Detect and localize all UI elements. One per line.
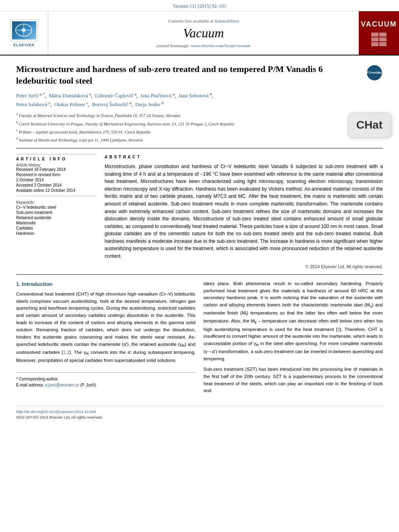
author-5[interactable]: Jana Sobotová <box>178 93 208 99</box>
badge-cell-5 <box>371 42 378 46</box>
author-8[interactable]: Borivoj Šuštaršič <box>92 102 128 108</box>
intro-heading: 1. Introduction <box>16 280 195 288</box>
copyright-line: © 2014 Elsevier Ltd. All rights reserved… <box>105 263 383 270</box>
article-title: Microstructure and hardness of sub-zero … <box>16 64 367 86</box>
email-link[interactable]: p.jurci@seznam.cz <box>45 383 79 387</box>
keyword-5: Carbides <box>16 226 97 230</box>
affiliations: a Faculty of Material Sciences and Techn… <box>16 111 383 143</box>
right-col: A B S T R A C T Microstructure, phase co… <box>105 154 383 270</box>
keyword-1: Cr–V ledeburitic steel <box>16 205 97 210</box>
author-2[interactable]: Mária Dománková <box>49 93 88 99</box>
intro-para-3: Sub-zero treatment (SZT) has been introd… <box>204 366 383 394</box>
journal-issue-bar: Vacuum 111 (2015) 92–101 <box>0 0 399 11</box>
body-two-col: 1. Introduction Conventional heat treatm… <box>16 280 383 398</box>
ref-1[interactable]: 1,2 <box>63 350 70 355</box>
article-info-heading: A R T I C L E I N F O <box>16 157 97 161</box>
badge-cell-1 <box>371 33 378 37</box>
footnote-area: * Corresponding author. E-mail address: … <box>16 372 195 388</box>
email-line: E-mail address: p.jurci@seznam.cz (P. Ju… <box>16 382 195 388</box>
revised-date: 2 October 2014 <box>16 178 97 182</box>
elsevier-logo-img <box>12 21 36 39</box>
author-1[interactable]: Peter Jurči <box>16 93 38 99</box>
accepted-date: Accepted 3 October 2014 <box>16 183 97 187</box>
affil-3: c Prikner – tepelné zpracování kovů, Mar… <box>16 128 383 135</box>
doi-link[interactable]: http://dx.doi.org/10.1016/j.vacuum.2014.… <box>16 409 383 414</box>
elsevier-wordmark: ELSEVIER <box>13 43 35 47</box>
author-7[interactable]: Otakar Prikner <box>54 102 85 108</box>
abstract-text: Microstructure, phase constitution and h… <box>105 163 383 260</box>
journal-name: Vacuum <box>183 26 224 41</box>
affil-4: d Institute of Metals and Technology, Le… <box>16 136 383 143</box>
author-9[interactable]: Darja Jenko <box>135 102 160 108</box>
article-info-abstract: A R T I C L E I N F O Article history: R… <box>16 148 383 270</box>
left-col: A R T I C L E I N F O Article history: R… <box>16 154 97 270</box>
received-date: Received 18 February 2014 <box>16 167 97 172</box>
article-info-section: A R T I C L E I N F O Article history: R… <box>16 154 97 196</box>
keywords-section: Keywords: Cr–V ledeburitic steel Sub-zer… <box>16 200 97 236</box>
journal-title-area: Contents lists available at ScienceDirec… <box>48 11 359 55</box>
homepage-line: journal homepage: www.elsevier.com/locat… <box>156 43 250 48</box>
vacuum-badge-area: VACUUM <box>359 11 399 55</box>
crossmark-area: ✕CrossMark <box>367 65 383 81</box>
elsevier-logo: ELSEVIER <box>10 19 38 47</box>
contents-text: Contents lists available at <box>168 18 213 23</box>
journal-issue-text: Vacuum 111 (2015) 92–101 <box>173 3 226 9</box>
affil-2: b Czech Technical University in Prague, … <box>16 120 383 127</box>
homepage-text: journal homepage: <box>156 43 189 48</box>
footer-area: http://dx.doi.org/10.1016/j.vacuum.2014.… <box>16 406 383 423</box>
ref-3[interactable]: 3 <box>337 327 340 332</box>
keywords-label: Keywords: <box>16 200 97 205</box>
sciencedirect-link[interactable]: ScienceDirect <box>214 18 239 23</box>
received-revised-label: Received in revised form <box>16 173 97 177</box>
vacuum-badge-text: VACUUM <box>361 20 397 29</box>
svg-point-3 <box>22 28 26 32</box>
corresponding-author-note: * Corresponding author. <box>16 376 195 382</box>
badge-cell-2 <box>379 33 387 37</box>
keyword-6: Hardness <box>16 231 97 236</box>
badge-cell-3 <box>371 37 378 41</box>
keyword-3: Retained austenite <box>16 215 97 220</box>
elsevier-logo-area: ELSEVIER <box>0 11 48 55</box>
badge-cell-6 <box>379 42 387 46</box>
body-col-left: 1. Introduction Conventional heat treatm… <box>16 280 195 398</box>
issn-line: 0042-207X/© 2014 Elsevier Ltd. All right… <box>16 415 383 419</box>
author-3[interactable]: Ľubomír Čaplovič <box>95 93 134 99</box>
abstract-section: A B S T R A C T Microstructure, phase co… <box>105 154 383 270</box>
title-area: Microstructure and hardness of sub-zero … <box>16 64 383 86</box>
article-content: Microstructure and hardness of sub-zero … <box>0 55 399 402</box>
keyword-4: Martensite <box>16 220 97 225</box>
page-wrapper: Vacuum 111 (2015) 92–101 ELSEVIER <box>0 0 399 423</box>
online-date: Available online 12 October 2014 <box>16 188 97 193</box>
journal-header: ELSEVIER Contents lists available at Sci… <box>0 11 399 55</box>
author-6[interactable]: Petra Salabová <box>16 102 47 108</box>
body-section: 1. Introduction Conventional heat treatm… <box>16 274 383 398</box>
abstract-heading: A B S T R A C T <box>105 154 383 160</box>
chat-button[interactable]: CHat <box>348 113 391 138</box>
article-history-label: Article history: <box>16 163 97 167</box>
elsevier-logo-box <box>10 19 38 41</box>
crossmark-label: CrossMark <box>369 71 383 74</box>
body-col-right: takes place. Both phenomena result in so… <box>204 280 383 398</box>
contents-available-line: Contents lists available at ScienceDirec… <box>168 18 239 23</box>
keyword-2: Sub-zero treatment <box>16 210 97 215</box>
vacuum-badge-decoration <box>371 33 387 46</box>
intro-para-1: Conventional heat treatment (CHT) of hig… <box>16 291 195 364</box>
intro-para-2: takes place. Both phenomena result in so… <box>204 280 383 363</box>
homepage-link[interactable]: www.elsevier.com/locate/vacuum <box>191 43 250 48</box>
authors-line: Peter Jurči a, *, Mária Dománková a, Ľub… <box>16 91 383 109</box>
affil-1: a Faculty of Material Sciences and Techn… <box>16 111 383 119</box>
badge-cell-4 <box>379 37 387 41</box>
author-4[interactable]: Jana Ptačinová <box>140 93 172 99</box>
crossmark-badge: ✕CrossMark <box>367 65 382 80</box>
